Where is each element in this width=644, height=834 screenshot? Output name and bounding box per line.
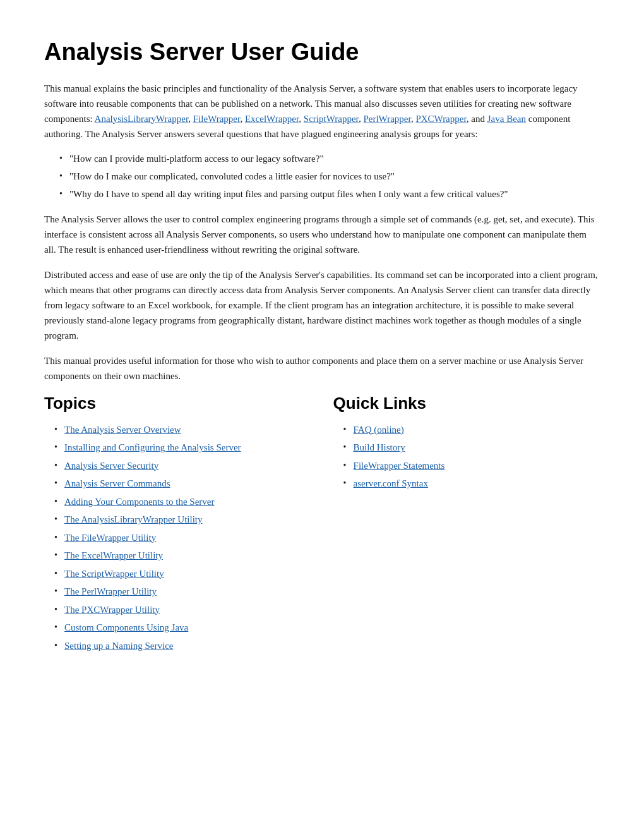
topic-link-3[interactable]: Analysis Server Security: [64, 461, 158, 471]
link-script-wrapper[interactable]: ScriptWrapper: [304, 114, 359, 124]
list-item: Custom Components Using Java: [54, 620, 321, 635]
list-item: The ExcelWrapper Utility: [54, 548, 321, 563]
link-java-bean[interactable]: Java Bean: [487, 114, 526, 124]
topic-link-13[interactable]: Setting up a Naming Service: [64, 641, 173, 651]
quicklinks-list: FAQ (online) Build History FileWrapper S…: [343, 423, 600, 491]
two-col-section: Topics The Analysis Server Overview Inst…: [44, 394, 600, 656]
topics-title: Topics: [44, 394, 321, 413]
intro-paragraph-1: This manual explains the basic principle…: [44, 81, 600, 142]
quicklink-3[interactable]: FileWrapper Statements: [354, 461, 445, 471]
quicklinks-column: Quick Links FAQ (online) Build History F…: [333, 394, 600, 656]
list-item: The PerlWrapper Utility: [54, 584, 321, 599]
bullet-item: "Why do I have to spend all day writing …: [59, 187, 600, 202]
body-paragraph-3: This manual provides useful information …: [44, 353, 600, 384]
topic-link-4[interactable]: Analysis Server Commands: [64, 478, 170, 488]
topic-link-7[interactable]: The FileWrapper Utility: [64, 533, 156, 543]
list-item: FAQ (online): [343, 423, 600, 437]
list-item: Adding Your Components to the Server: [54, 495, 321, 509]
list-item: Analysis Server Security: [54, 459, 321, 473]
list-item: Analysis Server Commands: [54, 476, 321, 491]
link-excel-wrapper[interactable]: ExcelWrap­per: [245, 114, 299, 124]
page-title: Analysis Server User Guide: [44, 38, 600, 67]
list-item: Build History: [343, 440, 600, 455]
topic-link-10[interactable]: The PerlWrapper Utility: [64, 586, 157, 596]
quicklinks-title: Quick Links: [333, 394, 600, 413]
topic-link-5[interactable]: Adding Your Components to the Server: [64, 497, 215, 507]
list-item: The PXCWrapper Utility: [54, 603, 321, 617]
list-item: Installing and Configuring the Analysis …: [54, 440, 321, 455]
topic-link-9[interactable]: The ScriptWrapper Utility: [64, 569, 164, 579]
body-paragraph-1: The Analysis Server allows the user to c…: [44, 212, 600, 257]
quicklink-1[interactable]: FAQ (online): [354, 425, 404, 435]
link-perl-wrapper[interactable]: PerlWrapper: [363, 114, 410, 124]
list-item: The ScriptWrapper Utility: [54, 567, 321, 581]
list-item: aserver.conf Syntax: [343, 476, 600, 491]
body-paragraph-2: Distributed access and ease of use are o…: [44, 267, 600, 343]
topic-link-8[interactable]: The ExcelWrapper Utility: [64, 550, 163, 560]
intro-bullets: "How can I provide multi-platform access…: [59, 152, 600, 202]
topic-link-6[interactable]: The AnalysisLibraryWrapper Utility: [64, 514, 203, 524]
topic-link-2[interactable]: Installing and Configuring the Analysis …: [64, 442, 241, 452]
link-pxc-wrapper[interactable]: PXCWrapper: [415, 114, 466, 124]
topic-link-11[interactable]: The PXCWrapper Utility: [64, 605, 160, 615]
quicklink-4[interactable]: aserver.conf Syntax: [354, 478, 428, 488]
list-item: The Analysis Server Overview: [54, 423, 321, 437]
list-item: FileWrapper Statements: [343, 459, 600, 473]
topics-list: The Analysis Server Overview Installing …: [54, 423, 321, 653]
list-item: The FileWrapper Utility: [54, 531, 321, 545]
link-file-wrapper[interactable]: FileWrapper: [193, 114, 241, 124]
quicklink-2[interactable]: Build History: [354, 442, 405, 452]
bullet-item: "How can I provide multi-platform access…: [59, 152, 600, 166]
bullet-item: "How do I make our complicated, convolut…: [59, 169, 600, 184]
link-analysis-library-wrapper[interactable]: AnalysisLibraryWrapper: [95, 114, 189, 124]
list-item: Setting up a Naming Service: [54, 639, 321, 653]
topic-link-1[interactable]: The Analysis Server Overview: [64, 425, 181, 435]
topic-link-12[interactable]: Custom Components Using Java: [64, 622, 188, 632]
list-item: The AnalysisLibraryWrapper Utility: [54, 512, 321, 527]
topics-column: Topics The Analysis Server Overview Inst…: [44, 394, 333, 656]
